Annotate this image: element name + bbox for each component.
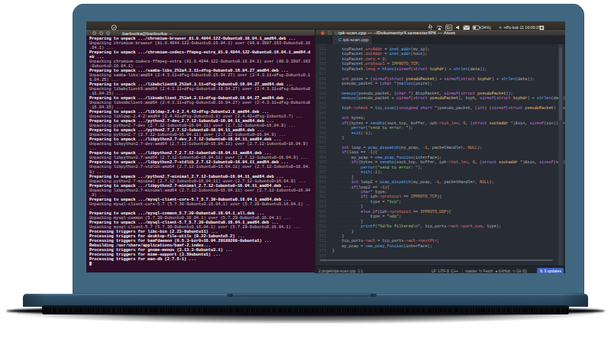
svg-text:En: En <box>447 25 451 30</box>
svg-text:Po kvě 11 16:09:29: Po kvě 11 16:09:29 <box>506 25 541 30</box>
svg-text:(34%): (34%) <box>480 25 491 30</box>
